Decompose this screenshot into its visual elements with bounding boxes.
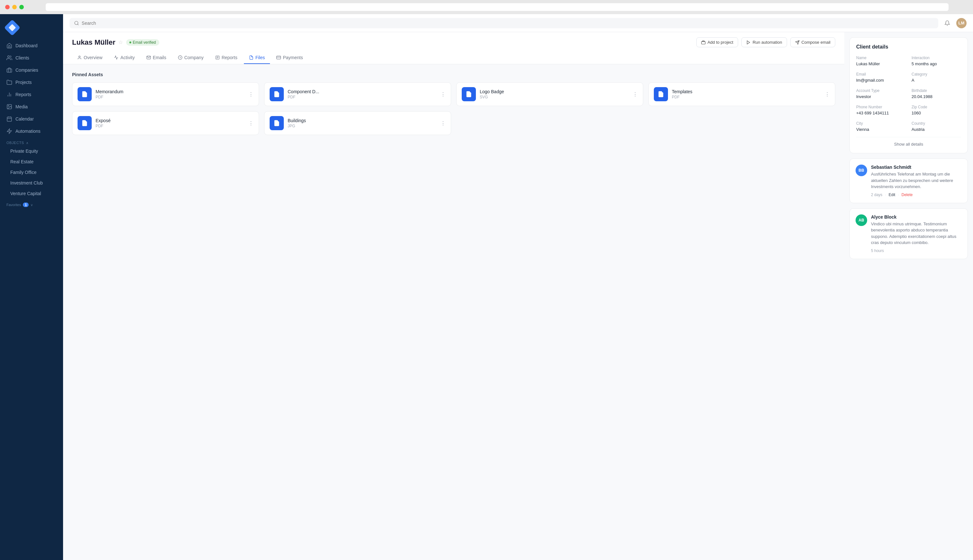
detail-zip: Zip Code 1060 bbox=[911, 105, 961, 115]
file-menu-button[interactable]: ⋮ bbox=[825, 91, 830, 97]
sidebar: Dashboard Clients Companies Projects Rep… bbox=[0, 14, 63, 560]
run-automation-button[interactable]: Run automation bbox=[741, 37, 787, 47]
sidebar-item-family-office[interactable]: Family Office bbox=[3, 167, 60, 177]
tab-reports[interactable]: Reports bbox=[210, 52, 242, 64]
tab-company[interactable]: Company bbox=[173, 52, 209, 64]
file-card-templates[interactable]: Templates PDF ⋮ bbox=[648, 82, 835, 106]
file-name: Component D... bbox=[288, 89, 436, 94]
sidebar-item-projects[interactable]: Projects bbox=[3, 77, 60, 88]
delete-link[interactable]: Delete bbox=[901, 193, 913, 197]
file-name: Exposé bbox=[95, 118, 244, 123]
content: Lukas Müller ☆ Email verified Add to pro… bbox=[63, 32, 973, 560]
right-panel: Client details Name Lukas Müller Interac… bbox=[844, 32, 973, 560]
svg-point-18 bbox=[79, 56, 80, 58]
detail-value: Lukas Müller bbox=[856, 62, 906, 66]
file-icon bbox=[270, 87, 284, 101]
file-menu-button[interactable]: ⋮ bbox=[440, 91, 446, 97]
document-icon bbox=[273, 120, 280, 127]
detail-label: City bbox=[856, 121, 906, 126]
file-info: Templates PDF bbox=[672, 89, 821, 99]
sidebar-item-dashboard[interactable]: Dashboard bbox=[3, 40, 60, 52]
edit-link[interactable]: Edit bbox=[889, 193, 896, 197]
search-input[interactable] bbox=[82, 20, 934, 26]
star-icon[interactable]: ☆ bbox=[119, 39, 123, 45]
tab-activity[interactable]: Activity bbox=[109, 52, 140, 64]
topbar-actions: LM bbox=[942, 18, 966, 28]
add-to-project-button[interactable]: Add to project bbox=[696, 37, 738, 47]
sidebar-item-companies[interactable]: Companies bbox=[3, 64, 60, 76]
file-name: Buildings bbox=[288, 118, 436, 123]
topbar: LM bbox=[63, 14, 973, 32]
file-menu-button[interactable]: ⋮ bbox=[248, 91, 254, 97]
maximize-button[interactable] bbox=[19, 5, 24, 9]
sidebar-item-reports[interactable]: Reports bbox=[3, 89, 60, 100]
header-buttons: Add to project Run automation Compose em… bbox=[696, 37, 835, 47]
file-name: Templates bbox=[672, 89, 821, 94]
app: Dashboard Clients Companies Projects Rep… bbox=[0, 14, 973, 560]
bolt-icon bbox=[7, 128, 12, 134]
sidebar-item-clients[interactable]: Clients bbox=[3, 52, 60, 63]
sidebar-item-private-equity[interactable]: Private Equity bbox=[3, 146, 60, 156]
sidebar-item-calendar[interactable]: Calendar bbox=[3, 113, 60, 125]
file-menu-button[interactable]: ⋮ bbox=[633, 91, 638, 97]
add-project-label: Add to project bbox=[707, 40, 733, 45]
titlebar bbox=[0, 0, 973, 14]
notifications-button[interactable] bbox=[942, 18, 952, 28]
activity-header: BB Sebastian Schmidt Ausführliches Telef… bbox=[856, 165, 962, 197]
file-card-component-d[interactable]: Component D... PDF ⋮ bbox=[264, 82, 451, 106]
sidebar-item-label: Reports bbox=[15, 92, 31, 97]
tab-emails[interactable]: Emails bbox=[141, 52, 172, 64]
client-details-title: Client details bbox=[856, 44, 961, 50]
second-row: Exposé PDF ⋮ Buildings JPG bbox=[72, 111, 835, 135]
tab-label: Emails bbox=[153, 55, 166, 60]
url-bar[interactable] bbox=[46, 3, 948, 11]
search-wrap bbox=[70, 18, 938, 28]
tab-label: Payments bbox=[283, 55, 303, 60]
document-icon bbox=[273, 91, 280, 98]
favorites-section[interactable]: Favorites 1 ∨ bbox=[0, 199, 63, 208]
pinned-grid: Memorandum PDF ⋮ Component D... PD bbox=[72, 82, 835, 106]
file-card-buildings[interactable]: Buildings JPG ⋮ bbox=[264, 111, 451, 135]
tab-payments[interactable]: Payments bbox=[271, 52, 308, 64]
logo-inner bbox=[9, 24, 16, 32]
sidebar-item-real-estate[interactable]: Real Estate bbox=[3, 157, 60, 167]
tab-overview[interactable]: Overview bbox=[72, 52, 107, 64]
file-card-memorandum[interactable]: Memorandum PDF ⋮ bbox=[72, 82, 259, 106]
file-menu-button[interactable]: ⋮ bbox=[248, 120, 254, 126]
document-icon bbox=[657, 91, 664, 98]
users-icon bbox=[7, 55, 12, 61]
sidebar-item-venture-capital[interactable]: Venture Capital bbox=[3, 188, 60, 199]
activity-body: Sebastian Schmidt Ausführliches Telefona… bbox=[871, 165, 962, 197]
detail-country: Country Austria bbox=[911, 121, 961, 132]
sidebar-item-investment-club[interactable]: Investment Club bbox=[3, 178, 60, 188]
activity-header: AB Alyce Block Vindico ubi minus utrimqu… bbox=[856, 214, 962, 253]
svg-rect-14 bbox=[701, 42, 705, 44]
bell-icon bbox=[945, 20, 950, 26]
avatar-initials: AB bbox=[858, 218, 864, 222]
sidebar-item-automations[interactable]: Automations bbox=[3, 125, 60, 137]
close-button[interactable] bbox=[5, 5, 10, 9]
svg-marker-15 bbox=[747, 40, 750, 44]
svg-point-6 bbox=[8, 105, 9, 106]
file-icon bbox=[654, 87, 668, 101]
objects-section-header[interactable]: Objects ∧ bbox=[0, 137, 63, 146]
document-icon bbox=[81, 120, 88, 127]
show-all-details-button[interactable]: Show all details bbox=[856, 137, 961, 147]
payments-icon bbox=[276, 55, 281, 60]
detail-account-type: Account Type Investor bbox=[856, 88, 906, 99]
file-name: Logo Badge bbox=[480, 89, 629, 94]
sidebar-item-label: Dashboard bbox=[15, 43, 38, 48]
file-info: Memorandum PDF bbox=[95, 89, 244, 99]
tab-files[interactable]: Files bbox=[244, 52, 270, 64]
compose-email-button[interactable]: Compose email bbox=[790, 37, 835, 47]
sidebar-item-media[interactable]: Media bbox=[3, 101, 60, 113]
file-card-logo-badge[interactable]: Logo Badge SVG ⋮ bbox=[456, 82, 643, 106]
sidebar-item-label: Clients bbox=[15, 55, 29, 60]
file-type: PDF bbox=[672, 95, 821, 99]
minimize-button[interactable] bbox=[12, 5, 17, 9]
activity-card-sebastian: BB Sebastian Schmidt Ausführliches Telef… bbox=[849, 158, 968, 203]
file-menu-button[interactable]: ⋮ bbox=[440, 120, 446, 126]
run-automation-label: Run automation bbox=[752, 40, 782, 45]
file-card-expose[interactable]: Exposé PDF ⋮ bbox=[72, 111, 259, 135]
user-avatar[interactable]: LM bbox=[956, 18, 966, 28]
